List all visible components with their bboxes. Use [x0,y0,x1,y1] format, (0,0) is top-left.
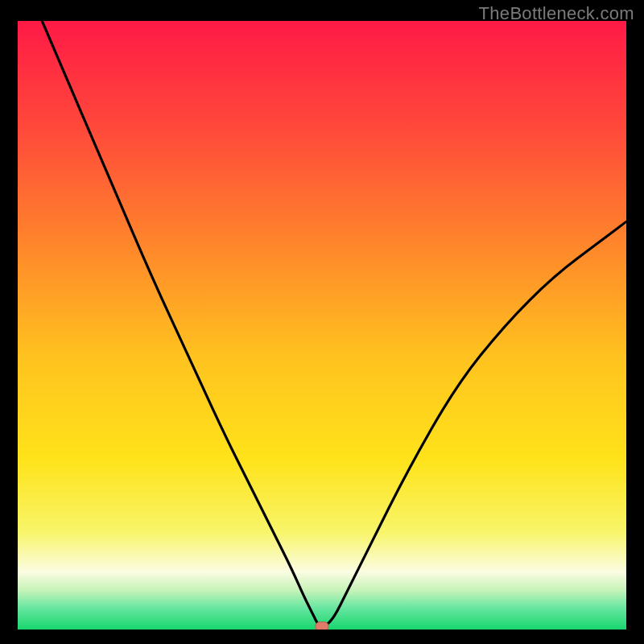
gradient-background [18,21,626,630]
optimal-point-marker [316,622,328,630]
plot-area [18,21,626,630]
chart-frame: TheBottleneck.com [0,0,644,644]
bottleneck-chart [18,21,626,630]
